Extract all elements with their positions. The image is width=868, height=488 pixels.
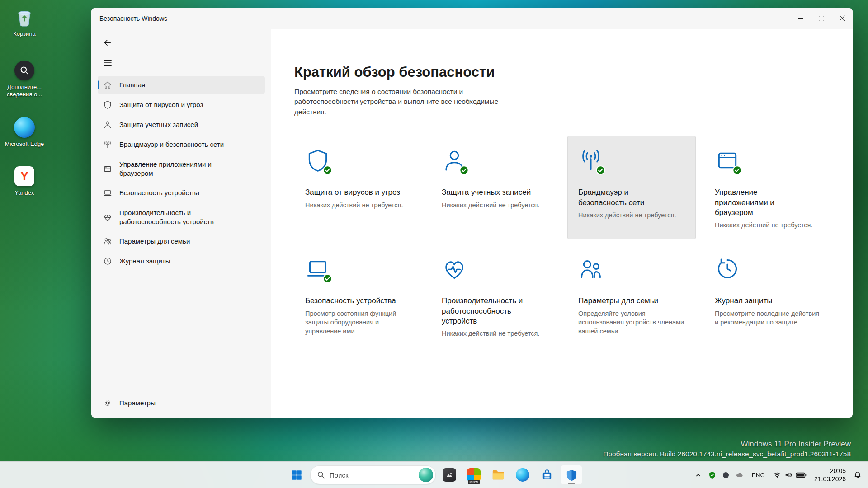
search-daily-image[interactable] <box>419 468 433 482</box>
tray-security-icon-button[interactable] <box>706 469 719 482</box>
taskbar-app-dark[interactable] <box>439 465 460 485</box>
sidebar-item-settings[interactable]: Параметры <box>98 394 265 412</box>
firewall-icon <box>578 148 604 174</box>
card-status: Просмотр состояния функций защиты оборуд… <box>305 310 411 336</box>
card-account-protection[interactable]: Защита учетных записей Никаких действий … <box>431 136 559 239</box>
sidebar-item-label: Производительность и работоспособность у… <box>119 208 233 226</box>
language-indicator[interactable]: ENG <box>747 469 769 481</box>
card-status: Никаких действий не требуется. <box>442 329 548 338</box>
sidebar-item-label: Параметры <box>119 399 156 408</box>
card-device-health[interactable]: Производительность и работоспособность у… <box>431 244 559 347</box>
card-status: Определяйте условия использования устрой… <box>578 310 684 336</box>
sidebar-item-device-security[interactable]: Безопасность устройства <box>98 184 265 202</box>
device-icon <box>305 256 331 282</box>
tray-app-icon-button[interactable] <box>720 469 732 481</box>
search-icon <box>317 471 325 479</box>
sidebar-item-app-browser-control[interactable]: Управление приложениями и браузером <box>98 155 265 182</box>
folder-icon <box>491 468 505 482</box>
check-badge-icon <box>595 165 606 175</box>
person-icon <box>442 148 468 174</box>
taskbar-app-windows-security[interactable] <box>561 465 582 485</box>
desktop-icon-label: Microsoft Edge <box>5 141 44 148</box>
close-button[interactable] <box>832 8 853 29</box>
sidebar-item-protection-history[interactable]: Журнал защиты <box>98 252 265 270</box>
health-icon <box>442 256 468 282</box>
arrow-left-icon <box>103 38 112 47</box>
bell-icon <box>854 471 862 479</box>
apps-icon <box>103 164 112 174</box>
minimize-button[interactable] <box>790 8 811 29</box>
notification-button[interactable] <box>851 468 864 482</box>
taskbar-app-edge[interactable] <box>512 465 533 485</box>
card-title: Журнал защиты <box>715 296 811 306</box>
sidebar-item-firewall[interactable]: Брандмауэр и безопасность сети <box>98 136 265 154</box>
desktop-icon-edge[interactable]: Microsoft Edge <box>4 117 45 148</box>
main-content: Краткий обзор безопасности Просмотрите с… <box>271 29 853 418</box>
insider-watermark: Windows 11 Pro Insider Preview Пробная в… <box>603 440 851 458</box>
home-icon <box>103 80 112 89</box>
apps-icon <box>715 148 741 174</box>
tray-date: 21.03.2026 <box>814 475 846 483</box>
taskbar-app-store[interactable] <box>536 465 558 485</box>
card-status: Никаких действий не требуется. <box>578 211 684 220</box>
card-family-options[interactable]: Параметры для семьи Определяйте условия … <box>567 244 696 347</box>
taskbar-app-m365[interactable]: M365 <box>463 465 485 485</box>
history-icon <box>715 256 741 282</box>
window-body: Главная Защита от вирусов и угроз Защита… <box>91 29 853 418</box>
start-button[interactable] <box>286 465 307 485</box>
store-icon <box>541 469 553 481</box>
card-device-security[interactable]: Безопасность устройства Просмотр состоян… <box>294 244 423 347</box>
desktop-icon-recycle-bin[interactable]: Корзина <box>4 6 45 38</box>
desktop-icon-label: Дополните... сведения о... <box>4 84 45 98</box>
card-virus-protection[interactable]: Защита от вирусов и угроз Никаких действ… <box>294 136 423 239</box>
desktop-icon-learn-more[interactable]: Дополните... сведения о... <box>4 60 45 98</box>
sidebar-nav: Главная Защита от вирусов и угроз Защита… <box>91 75 271 271</box>
card-protection-history[interactable]: Журнал защиты Просмотрите последние дейс… <box>704 244 832 347</box>
taskbar-clock[interactable]: 20:05 21.03.2026 <box>810 465 850 484</box>
sidebar-item-label: Безопасность устройства <box>119 188 199 197</box>
quick-settings-button[interactable] <box>770 468 809 482</box>
chevron-up-icon <box>694 471 702 479</box>
maximize-button[interactable] <box>811 8 832 29</box>
card-title: Управление приложениями и браузером <box>715 188 811 217</box>
device-icon <box>103 188 112 197</box>
tray-chevron-up-button[interactable] <box>692 469 705 482</box>
sidebar-item-label: Главная <box>119 80 145 89</box>
tray-onedrive-icon-button[interactable] <box>733 468 746 482</box>
yandex-icon: Y <box>14 165 35 187</box>
security-shield-icon <box>566 469 578 481</box>
sidebar-item-label: Защита от вирусов и угроз <box>119 100 203 109</box>
check-badge-icon <box>322 273 333 284</box>
tray-shield-icon <box>708 471 716 479</box>
card-status: Никаких действий не требуется. <box>305 201 411 210</box>
sidebar-item-label: Защита учетных записей <box>119 120 198 129</box>
battery-icon <box>796 472 807 478</box>
sidebar-item-family-options[interactable]: Параметры для семьи <box>98 232 265 250</box>
m365-badge: M365 <box>468 480 480 485</box>
check-badge-icon <box>459 165 469 175</box>
card-title: Защита учетных записей <box>442 188 538 197</box>
family-icon <box>578 256 604 282</box>
titlebar[interactable]: Безопасность Windows <box>91 8 853 29</box>
card-status: Никаких действий не требуется. <box>442 201 548 210</box>
taskbar-search[interactable]: Поиск <box>310 465 436 484</box>
page-title: Краткий обзор безопасности <box>294 64 853 80</box>
card-firewall[interactable]: Брандмауэр и безопасность сети Никаких д… <box>567 136 696 239</box>
card-app-browser-control[interactable]: Управление приложениями и браузером Ника… <box>704 136 832 239</box>
sidebar-item-account-protection[interactable]: Защита учетных записей <box>98 116 265 134</box>
card-status: Просмотрите последние действия и рекомен… <box>715 310 821 327</box>
desktop-icon-yandex[interactable]: Y Yandex <box>4 165 45 197</box>
sidebar-item-device-health[interactable]: Производительность и работоспособность у… <box>98 204 265 230</box>
taskbar-app-file-explorer[interactable] <box>487 465 509 485</box>
menu-toggle-button[interactable] <box>104 60 114 67</box>
history-icon <box>103 257 112 266</box>
card-status: Никаких действий не требуется. <box>715 221 821 230</box>
recycle-bin-icon <box>14 6 35 28</box>
taskbar-center: Поиск M365 <box>286 462 582 488</box>
sidebar-item-label: Параметры для семьи <box>119 237 190 246</box>
sidebar-item-virus-protection[interactable]: Защита от вирусов и угроз <box>98 96 265 114</box>
minimize-icon <box>798 18 803 19</box>
hamburger-icon <box>104 60 112 66</box>
back-button[interactable] <box>103 38 117 49</box>
sidebar-item-home[interactable]: Главная <box>98 76 265 94</box>
